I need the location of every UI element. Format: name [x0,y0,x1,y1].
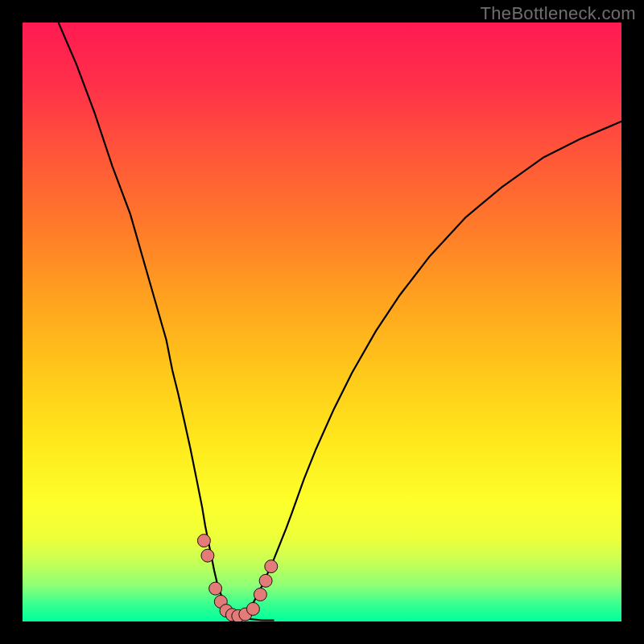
marker-dot [201,549,214,562]
marker-dot [246,602,259,615]
marker-dot [209,582,222,595]
chart-frame: TheBottleneck.com [0,0,644,644]
plot-area [23,23,621,621]
marker-dot [259,574,272,587]
right-curve [232,122,621,621]
left-curve [59,23,275,621]
curves-svg [23,23,621,621]
marker-dot [254,588,266,601]
marker-dot [265,560,278,573]
watermark-text: TheBottleneck.com [481,3,636,24]
marker-dot [197,535,210,547]
